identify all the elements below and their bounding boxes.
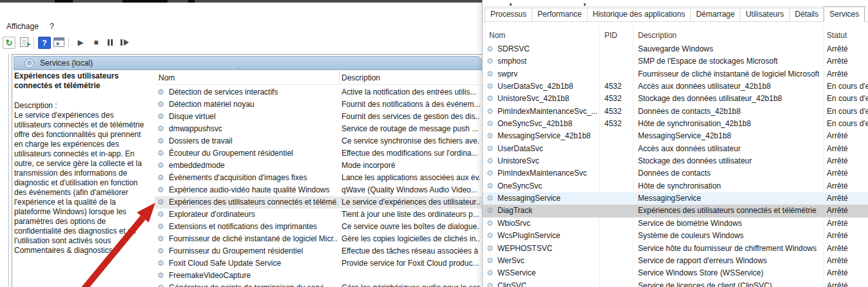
column-divider[interactable] — [339, 71, 340, 84]
service-row-extensions-et-notifications-des-imprimantes[interactable]: ⚙Extensions et notifications des imprima… — [155, 221, 482, 233]
tm-service-row-pimindexmaintenancesvc[interactable]: ⚙PimIndexMaintenanceSvc_...4532Données d… — [483, 106, 868, 118]
tm-service-row-clipsvc[interactable]: ⚙ClipSVCService de licences de client (C… — [483, 280, 868, 287]
service-status: Arrêté — [827, 68, 848, 80]
services-mmc-window: Affichage ? ↻ ➤ ? ▶ ■ ⚙ Services (local)… — [0, 0, 482, 287]
service-description: Service hôte du fournisseur de chiffreme… — [638, 243, 816, 255]
tm-column-statut[interactable]: Statut — [827, 30, 847, 41]
tm-service-row-diagtrack[interactable]: ⚙DiagTrackExpériences des utilisateurs c… — [483, 205, 868, 217]
service-row-detection-de-services-interactifs[interactable]: ⚙Détection de services interactifsActive… — [155, 86, 482, 98]
gear-icon: ⚙ — [487, 69, 494, 80]
service-name: UnistoreSvc — [497, 155, 539, 167]
service-row-embeddedmode[interactable]: ⚙embeddedmodeMode incorporé — [155, 160, 482, 172]
tm-column-description[interactable]: Description — [638, 30, 677, 41]
tm-service-row-messagingservice-42b1b8[interactable]: ⚙MessagingService_42b1b8MessagingService… — [483, 130, 868, 142]
export-list-icon[interactable]: ➤ — [18, 37, 30, 48]
service-description: Fournit des services de gestion des dis.… — [342, 111, 480, 123]
service-row-disque-virtuel[interactable]: ⚙Disque virtuelFournit des services de g… — [155, 111, 482, 123]
service-description: Service de licences de client (ClipSVC) — [638, 280, 772, 287]
service-row-evenements-d-acquisition-d-images-fixes[interactable]: ⚙Événements d'acquisition d'images fixes… — [155, 172, 482, 184]
tab-historique-des-applications[interactable]: Historique des applications — [587, 8, 691, 22]
tm-services-list: ⚙SDRSVCSauvegarde WindowsArrêté⚙smphostS… — [483, 43, 868, 287]
service-description: SMP de l'Espace de stockages Microsoft — [638, 55, 778, 68]
tm-service-row-swprv[interactable]: ⚙swprvFournisseur de cliché instantané d… — [483, 68, 868, 80]
service-description: Données de contacts_42b1b8 — [638, 106, 740, 118]
gear-icon: ⚙ — [157, 258, 164, 269]
tm-service-row-messagingservice[interactable]: ⚙MessagingServiceMessagingServiceArrêté — [483, 192, 868, 205]
gear-icon: ⚙ — [157, 282, 164, 287]
refresh-icon[interactable]: ↻ — [3, 37, 15, 49]
tm-column-pid[interactable]: PID — [604, 30, 617, 41]
service-status: Arrêté — [827, 192, 848, 205]
service-name: Détection matériel noyau — [169, 98, 255, 111]
service-name: OneSyncSvc_42b1b8 — [497, 118, 572, 130]
start-service-icon[interactable]: ▶ — [75, 37, 86, 48]
service-row-detection-materiel-noyau[interactable]: ⚙Détection matériel noyauFournit des not… — [155, 98, 482, 111]
menu-text-sliver — [510, 3, 512, 6]
service-pid: 4532 — [604, 106, 622, 118]
tab-performance[interactable]: Performance — [532, 8, 588, 22]
help-icon[interactable]: ? — [38, 37, 51, 49]
restart-service-icon[interactable] — [119, 37, 130, 48]
tm-service-row-wbiosrvc[interactable]: ⚙WbioSrvcService de biométrie WindowsArr… — [483, 218, 868, 230]
service-row-fournisseur-de-cliche-instantane-de-logiciel-micr[interactable]: ⚙Fournisseur de cliché instantané de log… — [155, 233, 482, 245]
tm-service-row-smphost[interactable]: ⚙smphostSMP de l'Espace de stockages Mic… — [483, 55, 868, 68]
tm-service-row-wersvc[interactable]: ⚙WerSvcService de rapport d'erreurs Wind… — [483, 255, 868, 267]
service-description: Tient à jour une liste des ordinateurs p… — [342, 208, 479, 221]
tm-service-row-wephostsvc[interactable]: ⚙WEPHOSTSVCService hôte du fournisseur d… — [483, 243, 868, 255]
service-description: Sauvegarde Windows — [638, 43, 713, 55]
service-row-generateur-de-points-de-terminaison-du-servi[interactable]: ⚙Générateur de points de terminaison du … — [155, 282, 482, 287]
tm-service-row-onesyncsvc-42b1b8[interactable]: ⚙OneSyncSvc_42b1b84532Hôte de synchronis… — [483, 118, 868, 130]
tm-service-row-onesyncsvc[interactable]: ⚙OneSyncSvcHôte de synchronisationArrêté — [483, 180, 868, 192]
tab-services[interactable]: Services — [824, 6, 865, 22]
service-row-experiences-des-utilisateurs-connectes-et-teleme[interactable]: ⚙Expériences des utilisateurs connectés … — [155, 196, 482, 208]
service-row-freemakevideocapture[interactable]: ⚙FreemakeVideoCapture — [155, 270, 482, 282]
column-header-nom[interactable]: Nom — [159, 72, 175, 84]
menu-help[interactable]: ? — [50, 22, 54, 31]
menu-bar: Affichage ? — [0, 21, 482, 33]
service-name: UnistoreSvc_42b1b8 — [497, 93, 569, 105]
gear-icon: ⚙ — [157, 160, 164, 171]
service-name: Fournisseur du Groupement résidentiel — [169, 245, 303, 257]
service-row-fournisseur-du-groupement-residentiel[interactable]: ⚙Fournisseur du Groupement résidentielEf… — [155, 245, 482, 257]
service-status: Arrêté — [827, 43, 848, 55]
service-row-explorateur-d-ordinateurs[interactable]: ⚙Explorateur d'ordinateursTient à jour u… — [155, 208, 482, 221]
tm-service-row-sdrsvc[interactable]: ⚙SDRSVCSauvegarde WindowsArrêté — [483, 43, 868, 55]
menu-affichage[interactable]: Affichage — [6, 22, 39, 31]
tm-service-row-pimindexmaintenancesvc[interactable]: ⚙PimIndexMaintenanceSvcDonnées de contac… — [483, 167, 868, 180]
menu-text-sliver — [584, 3, 586, 6]
stop-service-icon[interactable]: ■ — [90, 37, 102, 48]
service-name: WerSvc — [497, 255, 525, 267]
description-label: Description : — [14, 101, 151, 111]
service-row-dossiers-de-travail[interactable]: ⚙Dossiers de travailCe service synchroni… — [155, 135, 482, 147]
service-row-foxit-cloud-safe-update-service[interactable]: ⚙Foxit Cloud Safe Update ServiceProvide … — [155, 257, 482, 270]
tm-service-row-userdatasvc[interactable]: ⚙UserDataSvcAccès aux données utilisateu… — [483, 143, 868, 155]
service-description: Service de routage de message push ... — [342, 123, 478, 135]
service-description: MessagingService_42b1b8 — [638, 130, 731, 142]
tm-service-row-unistoresvc[interactable]: ⚙UnistoreSvcStockage des données utilisa… — [483, 155, 868, 167]
service-row-ecouteur-du-groupement-residentiel[interactable]: ⚙Écouteur du Groupement résidentielEffec… — [155, 147, 482, 160]
service-description: Fournisseur de cliché instantané de logi… — [638, 68, 819, 80]
tm-service-row-unistoresvc-42b1b8[interactable]: ⚙UnistoreSvc_42b1b84532Stockage des donn… — [483, 93, 868, 105]
tm-service-row-wcspluginservice[interactable]: ⚙WcsPlugInServiceSystème de couleurs Win… — [483, 230, 868, 242]
tab-demarrage[interactable]: Démarrage — [690, 8, 740, 22]
service-status: Arrêté — [827, 218, 848, 230]
gear-icon: ⚙ — [487, 131, 494, 142]
service-description: Gère les copies logicielles de clichés i… — [342, 233, 480, 245]
pause-service-icon[interactable] — [104, 37, 116, 48]
tm-service-row-wsservice[interactable]: ⚙WSServiceService Windows Store (WSServi… — [483, 267, 868, 279]
services-local-title: Services (local) — [40, 59, 93, 68]
tab-utilisateurs[interactable]: Utilisateurs — [740, 8, 789, 22]
service-description: Lance les applications associées aux év.… — [342, 172, 480, 184]
tab-processus[interactable]: Processus — [485, 8, 532, 22]
window-glyph — [53, 37, 64, 47]
tab-details[interactable]: Détails — [789, 8, 825, 22]
column-header-description[interactable]: Description — [342, 72, 380, 84]
service-name: SDRSVC — [497, 43, 530, 55]
service-row-dmwappushsvc[interactable]: ⚙dmwappushsvcService de routage de messa… — [155, 123, 482, 135]
show-window-icon[interactable] — [53, 37, 64, 48]
service-row-experience-audio-video-haute-qualite-windows[interactable]: ⚙Expérience audio-vidéo haute qualité Wi… — [155, 184, 482, 196]
gear-icon: ⚙ — [487, 268, 494, 279]
tm-service-row-userdatasvc-42b1b8[interactable]: ⚙UserDataSvc_42b1b84532Accès aux données… — [483, 80, 868, 93]
tm-column-nom[interactable]: Nom — [489, 30, 505, 41]
gear-icon: ⚙ — [487, 81, 494, 92]
